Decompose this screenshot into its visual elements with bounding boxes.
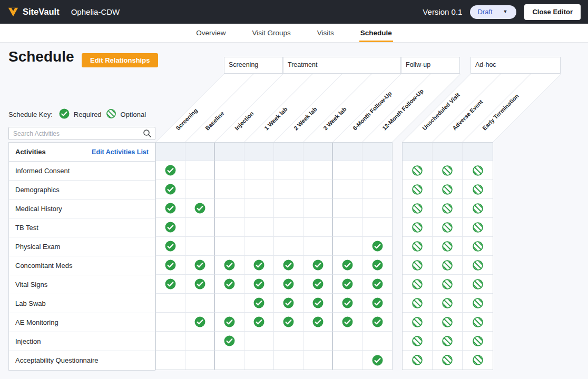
schedule-cell[interactable] [463,237,493,256]
schedule-cell[interactable] [244,332,274,351]
schedule-cell[interactable] [333,180,362,199]
schedule-cell[interactable] [433,161,463,180]
schedule-cell[interactable] [244,294,274,313]
schedule-cell[interactable] [215,332,244,351]
tab-visits[interactable]: Visits [316,24,335,42]
close-editor-button[interactable]: Close Editor [524,4,581,20]
schedule-cell[interactable] [333,332,362,351]
schedule-cell[interactable] [463,161,493,180]
schedule-cell[interactable] [433,256,463,275]
schedule-cell[interactable] [185,218,215,237]
schedule-cell[interactable] [185,313,215,332]
schedule-cell[interactable] [156,237,185,256]
schedule-cell[interactable] [362,237,392,256]
schedule-cell[interactable] [215,351,244,370]
tab-visit-groups[interactable]: Visit Groups [251,24,291,42]
schedule-cell[interactable] [156,161,185,180]
schedule-cell[interactable] [463,218,493,237]
schedule-cell[interactable] [215,294,244,313]
schedule-cell[interactable] [333,199,362,218]
schedule-cell[interactable] [274,313,303,332]
schedule-cell[interactable] [185,199,215,218]
schedule-cell[interactable] [244,256,274,275]
schedule-cell[interactable] [303,237,333,256]
schedule-cell[interactable] [362,332,392,351]
schedule-cell[interactable] [274,180,303,199]
edit-activities-list-link[interactable]: Edit Activities List [92,148,149,156]
schedule-cell[interactable] [215,180,244,199]
schedule-cell[interactable] [433,275,463,294]
schedule-cell[interactable] [333,351,362,370]
schedule-cell[interactable] [403,180,433,199]
schedule-cell[interactable] [244,313,274,332]
schedule-cell[interactable] [433,332,463,351]
schedule-cell[interactable] [156,313,185,332]
schedule-cell[interactable] [303,199,333,218]
schedule-cell[interactable] [463,199,493,218]
schedule-cell[interactable] [244,237,274,256]
schedule-cell[interactable] [362,275,392,294]
tab-schedule[interactable]: Schedule [359,24,393,42]
schedule-cell[interactable] [463,256,493,275]
schedule-cell[interactable] [185,256,215,275]
schedule-cell[interactable] [403,351,433,370]
schedule-cell[interactable] [156,256,185,275]
schedule-cell[interactable] [433,199,463,218]
schedule-cell[interactable] [215,313,244,332]
schedule-cell[interactable] [156,351,185,370]
schedule-cell[interactable] [274,294,303,313]
schedule-cell[interactable] [463,351,493,370]
schedule-cell[interactable] [156,294,185,313]
schedule-cell[interactable] [403,313,433,332]
schedule-cell[interactable] [463,275,493,294]
schedule-cell[interactable] [244,161,274,180]
schedule-cell[interactable] [403,294,433,313]
schedule-cell[interactable] [303,275,333,294]
schedule-cell[interactable] [274,351,303,370]
schedule-cell[interactable] [362,161,392,180]
schedule-cell[interactable] [244,218,274,237]
schedule-cell[interactable] [156,218,185,237]
schedule-cell[interactable] [215,275,244,294]
schedule-cell[interactable] [244,351,274,370]
schedule-cell[interactable] [303,256,333,275]
schedule-cell[interactable] [362,180,392,199]
schedule-cell[interactable] [403,237,433,256]
schedule-cell[interactable] [403,275,433,294]
schedule-cell[interactable] [185,237,215,256]
schedule-cell[interactable] [362,351,392,370]
schedule-cell[interactable] [303,332,333,351]
schedule-cell[interactable] [215,237,244,256]
schedule-cell[interactable] [303,351,333,370]
schedule-cell[interactable] [403,218,433,237]
schedule-cell[interactable] [244,275,274,294]
schedule-cell[interactable] [362,313,392,332]
tab-overview[interactable]: Overview [195,24,227,42]
schedule-cell[interactable] [303,161,333,180]
schedule-cell[interactable] [333,237,362,256]
schedule-cell[interactable] [303,180,333,199]
schedule-cell[interactable] [274,218,303,237]
schedule-cell[interactable] [274,161,303,180]
schedule-cell[interactable] [185,275,215,294]
schedule-cell[interactable] [156,275,185,294]
schedule-cell[interactable] [463,180,493,199]
schedule-cell[interactable] [362,218,392,237]
schedule-cell[interactable] [274,237,303,256]
schedule-cell[interactable] [185,351,215,370]
schedule-cell[interactable] [185,294,215,313]
schedule-cell[interactable] [215,256,244,275]
schedule-cell[interactable] [185,332,215,351]
schedule-cell[interactable] [274,275,303,294]
schedule-cell[interactable] [433,237,463,256]
schedule-cell[interactable] [403,161,433,180]
edit-relationships-button[interactable]: Edit Relationships [82,53,158,67]
search-activities-input[interactable] [8,127,155,140]
schedule-cell[interactable] [244,199,274,218]
schedule-cell[interactable] [463,294,493,313]
schedule-cell[interactable] [156,180,185,199]
schedule-cell[interactable] [433,313,463,332]
schedule-cell[interactable] [185,180,215,199]
schedule-cell[interactable] [274,256,303,275]
schedule-cell[interactable] [403,199,433,218]
